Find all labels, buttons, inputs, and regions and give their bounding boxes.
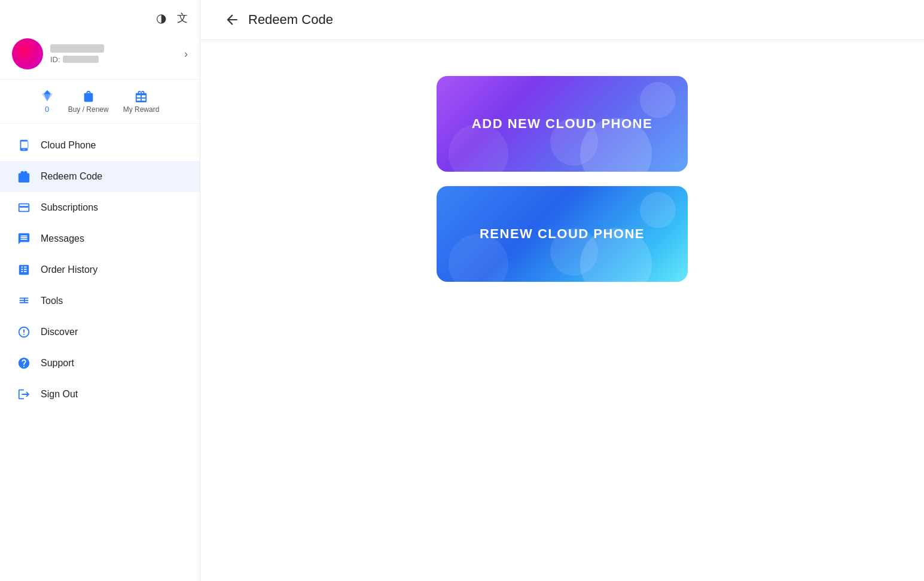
page-title: Redeem Code: [248, 12, 333, 28]
bag-icon: [82, 90, 95, 103]
diamonds-count: 0: [45, 105, 49, 114]
support-icon: [17, 356, 31, 370]
user-profile-section: ID: ›: [0, 28, 200, 80]
sign-out-label: Sign Out: [41, 389, 78, 400]
messages-label: Messages: [41, 233, 84, 244]
sidebar: ◑ 文 ID: › 0: [0, 0, 200, 581]
sign-out-icon: [17, 387, 31, 401]
user-stats-row: 0 Buy / Renew My Reward: [0, 80, 200, 124]
sidebar-item-messages[interactable]: Messages: [0, 223, 200, 254]
order-history-label: Order History: [41, 264, 97, 275]
buy-renew-label: Buy / Renew: [68, 105, 109, 114]
main-body: ADD NEW CLOUD PHONE RENEW CLOUD PHONE: [200, 40, 924, 581]
renew-cloud-phone-card[interactable]: RENEW CLOUD PHONE: [437, 186, 688, 282]
add-new-cloud-phone-label: ADD NEW CLOUD PHONE: [472, 116, 652, 132]
redeem-code-label: Redeem Code: [41, 171, 102, 182]
user-info: ID:: [50, 44, 104, 64]
discover-label: Discover: [41, 327, 78, 337]
redeem-code-icon: [17, 169, 31, 184]
add-new-cloud-phone-card[interactable]: ADD NEW CLOUD PHONE: [437, 76, 688, 172]
sidebar-item-discover[interactable]: Discover: [0, 317, 200, 348]
support-label: Support: [41, 358, 74, 369]
main-header: Redeem Code: [200, 0, 924, 40]
user-id-value-blurred: [63, 56, 99, 63]
renew-cloud-phone-label: RENEW CLOUD PHONE: [480, 226, 645, 242]
cloud-phone-label: Cloud Phone: [41, 140, 96, 151]
back-arrow-icon: [224, 12, 240, 28]
diamonds-stat[interactable]: 0: [41, 89, 54, 114]
my-reward-stat[interactable]: My Reward: [123, 90, 160, 114]
main-content: Redeem Code ADD NEW CLOUD PHONE RENEW CL…: [200, 0, 924, 581]
sidebar-item-tools[interactable]: Tools: [0, 285, 200, 317]
subscriptions-label: Subscriptions: [41, 202, 98, 213]
sidebar-item-sign-out[interactable]: Sign Out: [0, 379, 200, 410]
card-decoration-7: [640, 192, 676, 228]
svg-rect-0: [20, 206, 29, 208]
diamond-icon: [41, 89, 54, 102]
avatar: [12, 38, 43, 69]
gift-icon: [135, 90, 148, 103]
user-id-label: ID:: [50, 55, 60, 64]
subscriptions-icon: [17, 200, 31, 215]
card-decoration-3: [640, 82, 676, 118]
sidebar-item-support[interactable]: Support: [0, 348, 200, 379]
order-history-icon: [17, 263, 31, 277]
my-reward-label: My Reward: [123, 105, 160, 114]
sidebar-item-order-history[interactable]: Order History: [0, 254, 200, 285]
tools-icon: [17, 294, 31, 308]
sidebar-item-redeem-code[interactable]: Redeem Code: [0, 161, 200, 192]
sidebar-item-cloud-phone[interactable]: Cloud Phone: [0, 130, 200, 161]
navigation-list: Cloud Phone Redeem Code Subscriptions: [0, 124, 200, 581]
buy-renew-stat[interactable]: Buy / Renew: [68, 90, 109, 114]
discover-icon: [17, 325, 31, 339]
cloud-phone-icon: [17, 138, 31, 153]
translate-button[interactable]: 文: [175, 8, 190, 28]
user-name-blurred: [50, 44, 104, 53]
tools-label: Tools: [41, 296, 63, 306]
sidebar-item-subscriptions[interactable]: Subscriptions: [0, 192, 200, 223]
back-button[interactable]: [224, 12, 240, 28]
messages-icon: [17, 232, 31, 246]
expand-profile-button[interactable]: ›: [184, 48, 188, 60]
theme-toggle-button[interactable]: ◑: [154, 8, 169, 28]
